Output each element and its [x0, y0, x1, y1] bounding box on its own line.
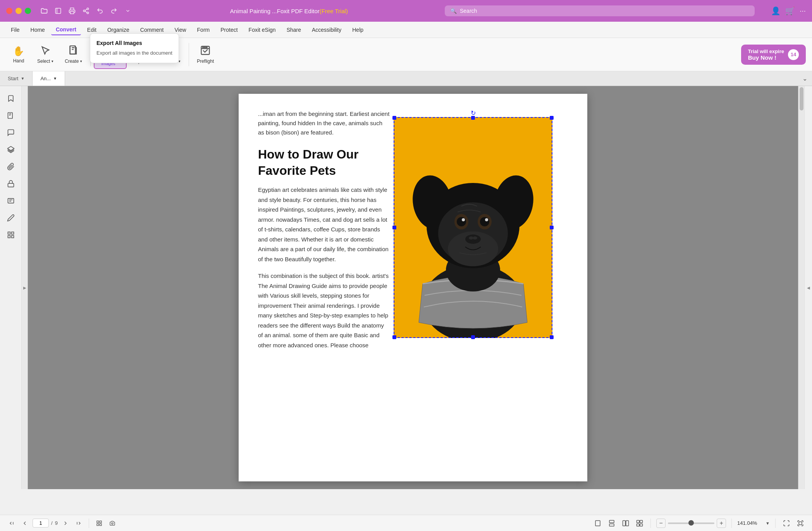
tab-bar: Start ▼ An... ▼ ⌄ [0, 71, 812, 86]
pdf-viewer[interactable]: ...iman art from the beginning start. Ea… [28, 86, 798, 489]
sidebar-grid-button[interactable] [3, 227, 19, 243]
single-page-view-button[interactable] [592, 518, 603, 529]
two-page-view-button[interactable] [620, 518, 631, 529]
svg-rect-60 [799, 522, 802, 525]
cart-icon[interactable]: 🛒 [785, 6, 795, 16]
select-tool-button[interactable]: Select ▼ [33, 43, 58, 66]
svg-rect-53 [609, 524, 614, 526]
menu-share[interactable]: Share [282, 25, 306, 35]
svg-point-3 [87, 8, 89, 10]
prev-page-button[interactable] [19, 518, 30, 529]
svg-rect-26 [11, 236, 14, 238]
pdf-left-column: ...iman art from the beginning start. Ea… [258, 109, 390, 350]
close-button[interactable] [6, 8, 12, 14]
statusbar: 1 / 9 − [0, 515, 812, 531]
menu-protect[interactable]: Protect [216, 25, 242, 35]
undo-icon[interactable] [95, 5, 105, 16]
redo-icon[interactable] [108, 5, 119, 16]
svg-rect-54 [623, 521, 626, 526]
maximize-button[interactable] [25, 8, 31, 14]
chevron-down-icon[interactable] [122, 5, 133, 16]
titlebar: Animal Painting ...Foxit PDF Editor(Free… [0, 0, 812, 22]
sidebar-bookmark-button[interactable] [3, 91, 19, 106]
rotate-handle[interactable]: ↻ [471, 109, 476, 117]
pdf-body-1: Egyptian art celebrates animals like cat… [258, 185, 390, 264]
minimize-button[interactable] [15, 8, 22, 14]
preflight-label: Preflight [197, 59, 214, 64]
statusbar-view-controls: − + 141.04% ▼ [592, 518, 806, 529]
svg-rect-55 [626, 521, 629, 526]
menu-help[interactable]: Help [348, 25, 368, 35]
statusbar-divider-3 [731, 519, 732, 528]
svg-point-17 [205, 47, 205, 48]
tab-document-label: An... [40, 76, 51, 81]
svg-point-50 [112, 522, 113, 524]
sidebar-right-arrow-icon[interactable]: ◀ [807, 286, 810, 290]
svg-rect-51 [595, 521, 600, 526]
tab-expand-icon[interactable]: ⌄ [802, 75, 807, 82]
sidebar-attachments-button[interactable] [3, 159, 19, 174]
sidebar-form-button[interactable] [3, 193, 19, 209]
zoom-out-button[interactable]: − [656, 519, 666, 528]
sidebar-signature-button[interactable] [3, 210, 19, 226]
user-icon[interactable]: 👤 [771, 6, 781, 16]
zoom-dropdown-button[interactable]: ▼ [766, 521, 770, 526]
sidebar-layers-button[interactable] [3, 142, 19, 157]
select-label: Select [37, 59, 50, 64]
fullscreen-button[interactable] [795, 518, 806, 529]
svg-rect-23 [8, 232, 10, 234]
pdf-heading: How to Draw Our Favorite Pets [258, 147, 390, 179]
share-icon[interactable] [81, 5, 91, 16]
tab-document[interactable]: An... ▼ [33, 71, 65, 86]
svg-rect-58 [637, 524, 640, 526]
tab-start-arrow: ▼ [21, 76, 24, 81]
zoom-slider-thumb[interactable] [688, 520, 694, 526]
first-page-button[interactable] [6, 518, 17, 529]
vertical-scrollbar[interactable] [798, 86, 804, 489]
svg-line-7 [85, 9, 87, 10]
expand-icon[interactable]: ⋯ [800, 7, 806, 15]
search-bar[interactable]: 🔍 Search [445, 5, 755, 16]
tab-start[interactable]: Start ▼ [0, 71, 33, 86]
sidebar-security-button[interactable] [3, 176, 19, 191]
snapshot-button[interactable] [107, 518, 118, 529]
trial-badge[interactable]: Trial will expire Buy Now ! 14 [741, 45, 806, 65]
create-tool-button[interactable]: Create ▼ [60, 43, 87, 66]
menu-file[interactable]: File [6, 25, 24, 35]
select-icon [40, 45, 51, 57]
zoom-slider[interactable] [668, 522, 714, 524]
window-title: Animal Painting ...Foxit PDF Editor(Free… [138, 8, 440, 14]
menu-foxit-esign[interactable]: Foxit eSign [244, 25, 280, 35]
svg-rect-46 [97, 521, 99, 523]
fit-page-button[interactable] [94, 518, 105, 529]
svg-rect-25 [8, 236, 10, 238]
scrollbar-thumb[interactable] [800, 87, 803, 110]
menu-convert[interactable]: Convert [51, 24, 81, 35]
preflight-button[interactable]: Preflight [192, 43, 218, 66]
bookmark-icon[interactable] [53, 5, 64, 16]
sidebar-collapse-button[interactable]: ▶ [22, 86, 28, 489]
selected-image[interactable]: ↻ [394, 117, 552, 338]
fit-width-button[interactable] [781, 518, 792, 529]
sidebar-pages-button[interactable] [3, 108, 19, 123]
dog-image [394, 117, 552, 338]
pdf-page: ...iman art from the beginning start. Ea… [239, 94, 587, 481]
two-page-continuous-button[interactable] [634, 518, 645, 529]
continuous-view-button[interactable] [606, 518, 617, 529]
sidebar-comments-button[interactable] [3, 125, 19, 140]
svg-rect-0 [55, 8, 61, 14]
hand-tool-button[interactable]: ✋ Hand [6, 43, 31, 66]
menu-accessibility[interactable]: Accessibility [307, 25, 346, 35]
svg-point-38 [480, 217, 489, 226]
svg-rect-48 [97, 524, 99, 526]
menu-home[interactable]: Home [26, 25, 50, 35]
print-icon[interactable] [67, 5, 77, 16]
folder-icon[interactable] [39, 5, 50, 16]
svg-rect-52 [609, 520, 614, 522]
menu-form[interactable]: Form [193, 25, 215, 35]
zoom-in-button[interactable]: + [717, 519, 726, 528]
page-number-input[interactable]: 1 [33, 519, 49, 528]
zoom-percentage: 141.04% [737, 520, 762, 526]
next-page-button[interactable] [60, 518, 71, 529]
last-page-button[interactable] [73, 518, 84, 529]
